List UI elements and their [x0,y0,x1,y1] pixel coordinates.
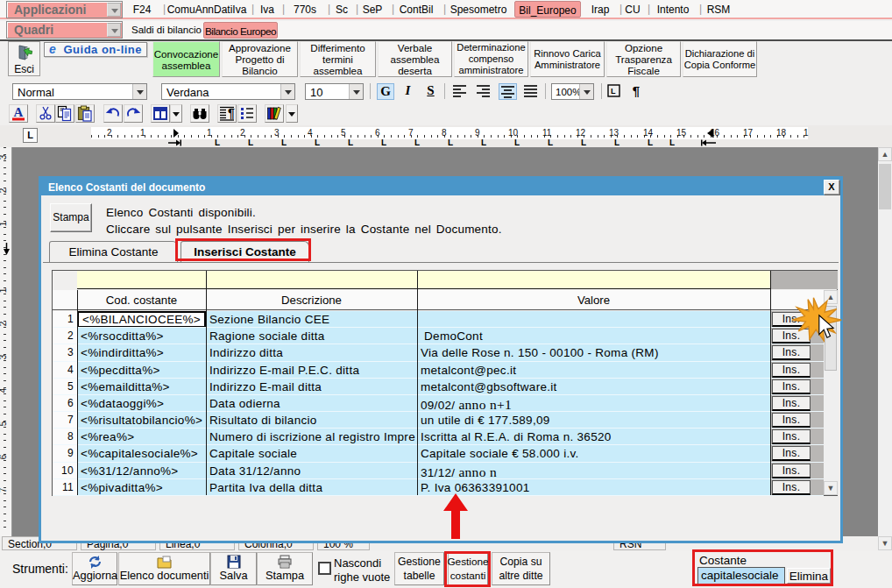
svg-text:¶: ¶ [228,106,235,120]
svg-text:A: A [14,105,24,119]
svg-text:L: L [611,87,616,96]
